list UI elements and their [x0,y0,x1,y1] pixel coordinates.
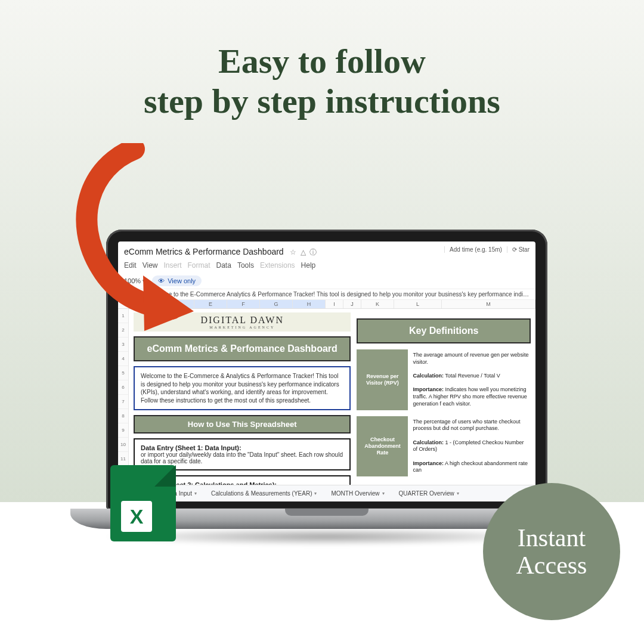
star-pill[interactable]: ⟳ Star [507,246,530,253]
col-f[interactable]: F [227,300,260,308]
row-10[interactable]: 10 [118,438,128,452]
row-11[interactable]: 11 [118,452,128,466]
row-8[interactable]: 8 [118,409,128,423]
menu-data[interactable]: Data [216,261,231,270]
col-m[interactable]: M [442,300,535,308]
row-7[interactable]: 7 [118,395,128,409]
menu-tools[interactable]: Tools [237,261,254,270]
def1-label: Revenue per Visitor (RPV) [357,349,408,410]
laptop-notch [285,509,369,516]
sheet-body: 1 2 3 4 5 6 7 8 9 10 11 DI [118,309,535,479]
tab-quarter[interactable]: QUARTER Overview▾ [393,488,465,499]
col-j[interactable]: J [343,300,361,308]
headline-line1: Easy to follow [218,42,426,80]
col-g[interactable]: G [260,300,293,308]
definition-rpv: Revenue per Visitor (RPV) The average am… [357,349,531,410]
row-3[interactable]: 3 [118,338,128,352]
add-time-pill[interactable]: Add time (e.g. 15m) [444,246,502,253]
row-9[interactable]: 9 [118,423,128,438]
instant-access-badge: Instant Access [483,483,620,620]
excel-letter: X [121,501,152,532]
row-4[interactable]: 4 [118,352,128,366]
col-i[interactable]: I [326,300,343,308]
right-title-band: Key Definitions [357,318,531,343]
def2-label: Checkout Abandonment Rate [357,416,408,477]
col-l[interactable]: L [394,300,442,308]
tab-month[interactable]: MONTH Overview▾ [325,488,390,499]
menu-extensions[interactable]: Extensions [260,261,295,270]
step1-title: Data Entry (Sheet 1: Data Input): [141,444,343,451]
instant-access-text: Instant Access [483,524,620,579]
step1-body: or import your daily/weekly data into th… [141,451,343,465]
welcome-box: Welcome to the E-Commerce & Analytics & … [134,366,351,410]
brand-name: DIGITAL DAWN [200,315,283,325]
arrow-graphic [54,143,209,334]
doc-title-icons: ☆ △ ⓘ [290,247,317,258]
menu-help[interactable]: Help [301,261,316,270]
sheet-tabs: HERE▾ Data Input▾ Calculations & Measure… [118,485,535,501]
promo-headline: Easy to follow step by step instructions [0,42,644,121]
row-gutter: 1 2 3 4 5 6 7 8 9 10 11 [118,309,129,479]
tab-calculations[interactable]: Calculations & Measurements (YEAR)▾ [205,488,323,499]
left-title-band: eComm Metrics & Perfomance Dashboard [134,336,351,361]
row-6[interactable]: 6 [118,380,128,395]
sheet-content: DIGITAL DAWN MARKETING AGENCY eComm Metr… [129,309,535,479]
excel-file-icon: X [110,465,176,541]
row-5[interactable]: 5 [118,366,128,380]
col-h[interactable]: H [293,300,326,308]
def1-body: The average amount of revenue gen per we… [411,349,531,410]
definition-checkout: Checkout Abandonment Rate The percentage… [357,416,531,477]
def2-body: The percentage of users who starte check… [411,416,531,477]
howto-band: How to Use This Spreadsheet [134,415,351,434]
headline-line2: step by step instructions [144,82,500,120]
col-k[interactable]: K [361,300,394,308]
